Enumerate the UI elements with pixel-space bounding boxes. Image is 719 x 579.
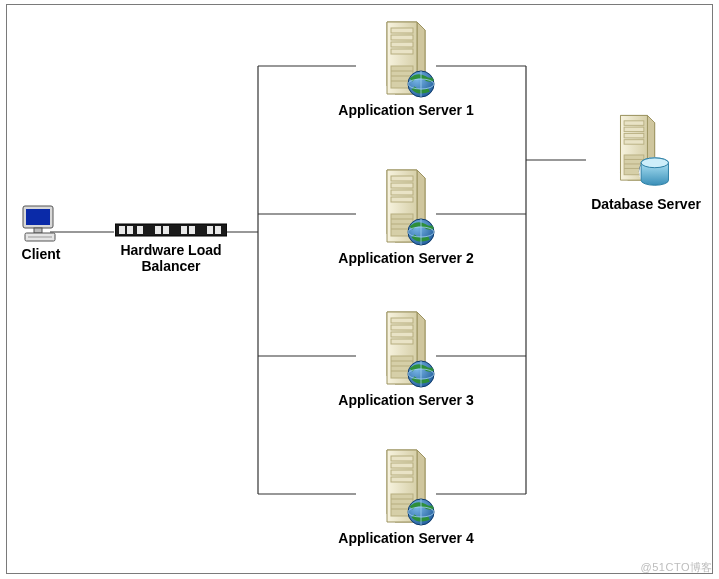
svg-rect-22 bbox=[155, 226, 161, 234]
app-server-2-label: Application Server 2 bbox=[326, 250, 486, 266]
watermark: @51CTO博客 bbox=[641, 560, 713, 575]
svg-rect-27 bbox=[215, 226, 221, 234]
rack-switch-icon bbox=[115, 222, 227, 240]
svg-rect-25 bbox=[189, 226, 195, 234]
server-icon bbox=[366, 16, 446, 102]
app-server-1-label: Application Server 1 bbox=[326, 102, 486, 118]
client-node: Client bbox=[10, 202, 72, 262]
client-label: Client bbox=[10, 246, 72, 262]
app-server-1-node: Application Server 1 bbox=[326, 16, 486, 118]
svg-rect-14 bbox=[26, 209, 50, 225]
svg-rect-21 bbox=[137, 226, 143, 234]
server-icon bbox=[366, 164, 446, 250]
svg-rect-26 bbox=[207, 226, 213, 234]
balancer-label-l1: Hardware Load bbox=[112, 242, 230, 258]
app-server-2-node: Application Server 2 bbox=[326, 164, 486, 266]
app-server-3-node: Application Server 3 bbox=[326, 306, 486, 408]
balancer-node: Hardware Load Balancer bbox=[112, 222, 230, 274]
svg-rect-15 bbox=[34, 228, 42, 233]
app-server-4-node: Application Server 4 bbox=[326, 444, 486, 546]
app-server-3-label: Application Server 3 bbox=[326, 392, 486, 408]
balancer-label-l2: Balancer bbox=[112, 258, 230, 274]
svg-rect-23 bbox=[163, 226, 169, 234]
server-icon bbox=[366, 306, 446, 392]
svg-rect-20 bbox=[127, 226, 133, 234]
server-icon bbox=[366, 444, 446, 530]
app-server-4-label: Application Server 4 bbox=[326, 530, 486, 546]
database-server-icon bbox=[607, 112, 685, 196]
database-node: Database Server bbox=[580, 112, 712, 212]
monitor-icon bbox=[19, 202, 63, 246]
svg-rect-19 bbox=[119, 226, 125, 234]
svg-rect-24 bbox=[181, 226, 187, 234]
database-label: Database Server bbox=[580, 196, 712, 212]
